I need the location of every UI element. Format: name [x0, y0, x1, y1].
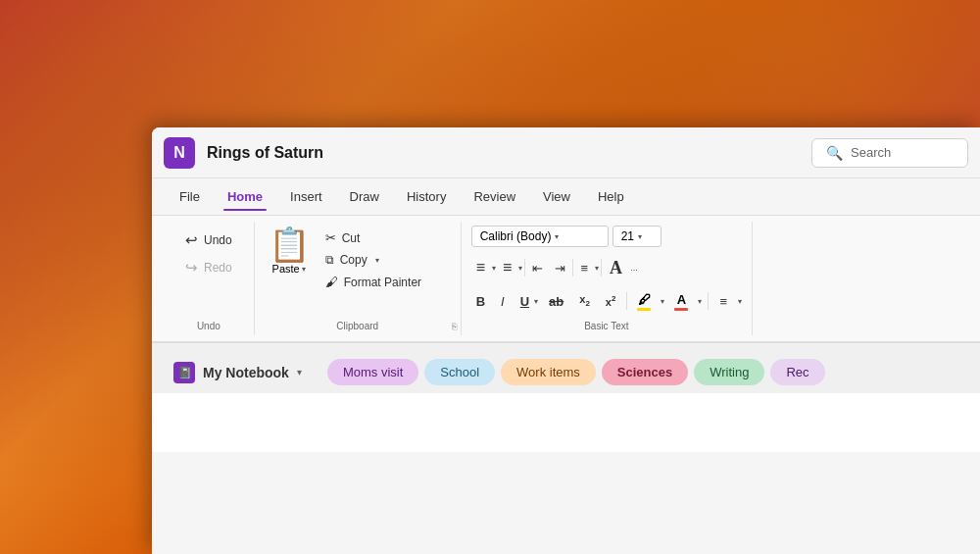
tab-rec[interactable]: Rec [770, 359, 824, 385]
menu-bar: File Home Insert Draw History Review Vie… [152, 178, 980, 216]
underline-button[interactable]: U [515, 292, 534, 311]
bullet-list-dropdown: ▾ [492, 264, 496, 273]
superscript-button[interactable]: x2 [601, 292, 621, 310]
italic-button[interactable]: I [496, 292, 510, 311]
bullet-list-button[interactable]: ≡ [471, 255, 490, 280]
tab-sciences[interactable]: Sciences [602, 359, 688, 385]
numbered-list-dropdown: ▾ [518, 264, 522, 273]
paragraph-dropdown: ▾ [738, 297, 742, 306]
highlight-color-button[interactable]: 🖊 [633, 290, 655, 313]
font-size-selector[interactable]: 21 ▾ [612, 226, 662, 247]
basic-text-label: Basic Text [462, 321, 752, 331]
menu-view[interactable]: View [531, 183, 582, 210]
copy-icon: ⧉ [325, 253, 334, 267]
menu-home[interactable]: Home [216, 183, 274, 210]
tab-writing[interactable]: Writing [694, 359, 764, 385]
menu-help[interactable]: Help [586, 183, 636, 210]
format-painter-icon: 🖌 [325, 275, 338, 289]
font-color-bar [674, 308, 688, 311]
content-area[interactable] [152, 393, 980, 452]
redo-button[interactable]: ↪ Redo [177, 255, 240, 280]
search-icon: 🔍 [826, 145, 843, 161]
styles-overflow: … [630, 264, 638, 273]
cut-button[interactable]: ✂ Cut [318, 227, 455, 248]
search-bar[interactable]: 🔍 Search [811, 138, 968, 168]
font-color-dropdown: ▾ [698, 297, 702, 306]
cut-icon: ✂ [325, 230, 336, 245]
title-bar: N Rings of Saturn 🔍 Search [152, 127, 980, 178]
redo-icon: ↪ [185, 259, 198, 277]
undo-group-label: Undo [164, 321, 254, 331]
undo-button[interactable]: ↩ Undo [177, 227, 240, 253]
highlight-icon: 🖊 [638, 292, 651, 307]
onenote-window: N Rings of Saturn 🔍 Search File Home Ins… [152, 127, 980, 554]
clipboard-group-label: Clipboard [255, 321, 461, 331]
notebook-bar: 📓 My Notebook ▾ Moms visit School Work i… [152, 342, 980, 393]
paragraph-align-button[interactable]: ≡ [714, 290, 732, 313]
tab-school[interactable]: School [424, 359, 495, 385]
bold-button[interactable]: B [471, 292, 490, 311]
font-dropdown-arrow: ▾ [555, 232, 559, 241]
ribbon: ↩ Undo ↪ Redo Undo 📋 Paste ▾ [152, 216, 980, 342]
notebook-selector[interactable]: 📓 My Notebook ▾ [164, 356, 312, 389]
numbered-list-button[interactable]: ≡ [498, 255, 516, 280]
menu-insert[interactable]: Insert [278, 183, 334, 210]
copy-dropdown-arrow: ▾ [375, 256, 379, 265]
font-color-icon: A [677, 292, 686, 307]
highlight-color-bar [637, 308, 651, 311]
menu-review[interactable]: Review [462, 183, 527, 210]
section-tabs: Moms visit School Work items Sciences Wr… [327, 359, 825, 385]
tab-work-items[interactable]: Work items [501, 359, 596, 385]
underline-dropdown: ▾ [534, 297, 538, 306]
tab-moms-visit[interactable]: Moms visit [327, 359, 418, 385]
paste-button[interactable]: 📋 Paste ▾ [261, 222, 318, 294]
font-family-selector[interactable]: Calibri (Body) ▾ [471, 226, 609, 247]
format-painter-button[interactable]: 🖌 Format Painter [318, 272, 455, 292]
notebook-dropdown-arrow: ▾ [297, 367, 302, 378]
indent-decrease-button[interactable]: ⇤ [527, 257, 548, 279]
highlight-dropdown: ▾ [661, 297, 664, 306]
indent-increase-button[interactable]: ⇥ [550, 257, 570, 279]
subscript-button[interactable]: x2 [574, 291, 595, 310]
app-title: Rings of Saturn [207, 144, 811, 162]
font-size-dropdown-arrow: ▾ [638, 232, 642, 241]
font-color-button[interactable]: A [670, 290, 692, 313]
copy-button[interactable]: ⧉ Copy ▾ [318, 250, 455, 270]
menu-draw[interactable]: Draw [338, 183, 391, 210]
onenote-logo: N [164, 137, 195, 169]
styles-button[interactable]: A [604, 258, 628, 278]
align-button[interactable]: ≡ [575, 257, 593, 279]
menu-history[interactable]: History [395, 183, 458, 210]
paste-icon: 📋 [269, 227, 310, 261]
clipboard-expand-icon[interactable]: ⎘ [452, 322, 457, 331]
undo-icon: ↩ [185, 231, 198, 249]
notebook-icon: 📓 [173, 362, 195, 383]
paste-dropdown-arrow: ▾ [302, 265, 306, 274]
align-dropdown: ▾ [595, 264, 599, 273]
font-group: Calibri (Body) ▾ 21 ▾ ≡ ▾ ≡ ▾ ⇤ ⇥ ≡ ▾ [462, 222, 753, 335]
search-label: Search [851, 145, 891, 160]
strikethrough-button[interactable]: ab [544, 292, 568, 311]
menu-file[interactable]: File [168, 183, 212, 210]
clipboard-group: 📋 Paste ▾ ✂ Cut ⧉ Copy ▾ 🖌 Form [255, 222, 462, 335]
undo-group: ↩ Undo ↪ Redo Undo [164, 222, 255, 335]
notebook-name: My Notebook [203, 365, 289, 380]
